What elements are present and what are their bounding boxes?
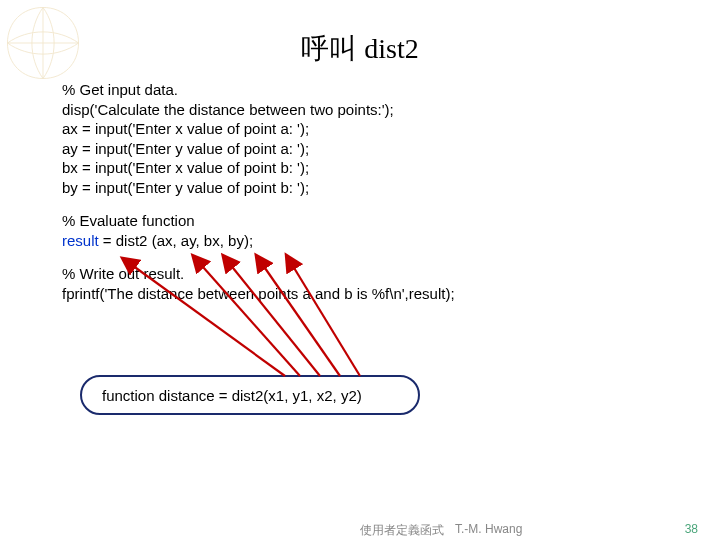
code-line: by = input('Enter y value of point b: ')… <box>62 178 662 198</box>
footer-source: 使用者定義函式 <box>360 522 444 539</box>
code-line: ay = input('Enter y value of point a: ')… <box>62 139 662 159</box>
footer-author: T.-M. Hwang <box>455 522 522 536</box>
code-line: fprintf('The distance between points a a… <box>62 284 662 304</box>
title-fn: dist2 <box>364 33 418 64</box>
slide-title: 呼叫 dist2 <box>0 30 720 68</box>
code-line: bx = input('Enter x value of point b: ')… <box>62 158 662 178</box>
code-line: % Get input data. <box>62 80 662 100</box>
code-block: % Get input data. disp('Calculate the di… <box>62 80 662 317</box>
function-declaration: function distance = dist2(x1, y1, x2, y2… <box>102 387 362 404</box>
code-line: % Evaluate function <box>62 211 662 231</box>
code-line: result = dist2 (ax, ay, bx, by); <box>62 231 662 251</box>
footer-page: 38 <box>685 522 698 536</box>
code-line: ax = input('Enter x value of point a: ')… <box>62 119 662 139</box>
code-line: % Write out result. <box>62 264 662 284</box>
code-line: disp('Calculate the distance between two… <box>62 100 662 120</box>
code-highlight: result <box>62 232 99 249</box>
code-text: = dist2 (ax, ay, bx, by); <box>99 232 253 249</box>
title-cjk: 呼叫 <box>301 33 357 64</box>
function-declaration-box: function distance = dist2(x1, y1, x2, y2… <box>80 375 420 415</box>
